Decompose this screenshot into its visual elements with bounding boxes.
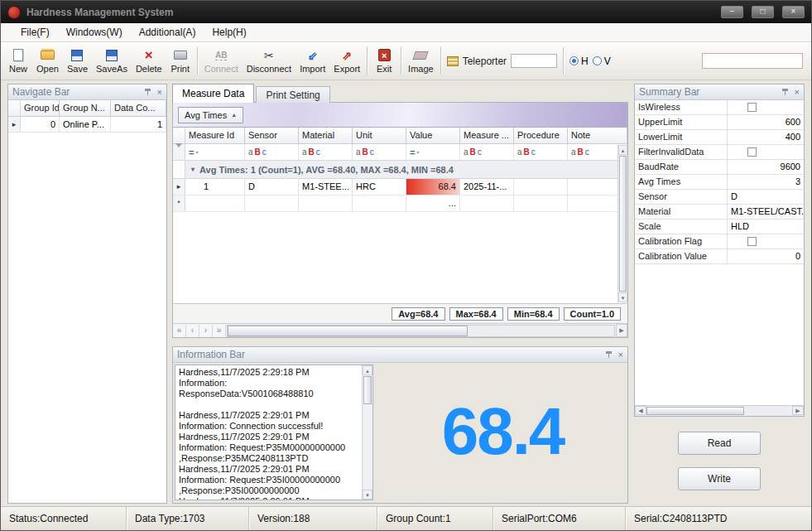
scroll-right-icon[interactable]: ▶ bbox=[792, 406, 804, 415]
new-item-row[interactable]: * ... bbox=[173, 196, 627, 212]
export-button[interactable]: Export bbox=[329, 44, 364, 78]
scroll-up-icon[interactable]: ▲ bbox=[363, 365, 372, 375]
tab-measure-data[interactable]: Measure Data bbox=[172, 84, 254, 103]
property-row[interactable]: Avg Times 3 bbox=[635, 175, 804, 190]
group-summary-row[interactable]: ▾ Avg Times: 1 (Count=1), AVG =68.40, MA… bbox=[173, 161, 627, 179]
new-button[interactable]: New bbox=[4, 44, 32, 78]
grouped-column-button[interactable]: Avg Times ▲ bbox=[178, 107, 243, 123]
property-value[interactable]: HLD bbox=[728, 220, 804, 234]
exit-button[interactable]: Exit bbox=[370, 44, 398, 78]
checkbox-icon[interactable] bbox=[747, 147, 757, 157]
image-button[interactable]: Image bbox=[404, 44, 438, 78]
property-value[interactable] bbox=[728, 100, 804, 114]
nav-last-button[interactable]: » bbox=[213, 325, 226, 337]
pin-icon[interactable] bbox=[606, 350, 613, 359]
pin-icon[interactable] bbox=[145, 88, 152, 96]
column-header-unit[interactable]: Unit bbox=[353, 128, 406, 143]
property-row[interactable]: Scale HLD bbox=[635, 220, 804, 234]
scroll-right-icon[interactable]: ▶ bbox=[616, 324, 627, 337]
maximize-button[interactable]: □ bbox=[752, 6, 774, 18]
property-row[interactable]: UpperLimit 600 bbox=[635, 115, 804, 130]
property-value[interactable]: D bbox=[728, 190, 804, 204]
navigate-row[interactable]: ▸ 0 Online P... 1 bbox=[8, 117, 166, 133]
property-row[interactable]: Calibration Value 0 bbox=[635, 249, 804, 264]
log-box[interactable]: Hardness,11/7/2025 2:29:18 PM Informatio… bbox=[175, 364, 373, 500]
column-header-material[interactable]: Material bbox=[299, 128, 353, 143]
menu-file[interactable]: File(F) bbox=[12, 24, 58, 41]
read-button[interactable]: Read bbox=[678, 432, 761, 455]
open-button[interactable]: Open bbox=[32, 44, 63, 78]
pin-icon[interactable] bbox=[782, 88, 790, 96]
property-row[interactable]: BaudRate 9600 bbox=[635, 160, 804, 175]
teleporter-input[interactable] bbox=[511, 54, 557, 68]
menu-help[interactable]: Help(H) bbox=[204, 24, 254, 41]
filter-material[interactable]: aBc bbox=[299, 144, 353, 160]
radio-v[interactable]: V bbox=[593, 56, 611, 67]
filter-procedure[interactable]: aBc bbox=[514, 144, 568, 160]
column-header-note[interactable]: Note bbox=[568, 128, 627, 143]
close-icon[interactable]: × bbox=[618, 350, 623, 360]
disconnect-button[interactable]: Disconnect bbox=[243, 44, 295, 78]
filter-measure-id[interactable]: = ▾ bbox=[185, 144, 245, 160]
import-button[interactable]: Import bbox=[295, 44, 329, 78]
property-row[interactable]: Sensor D bbox=[635, 190, 804, 205]
checkbox-icon[interactable] bbox=[747, 103, 757, 112]
scrollbar-thumb[interactable] bbox=[646, 407, 744, 415]
scroll-left-icon[interactable]: ◀ bbox=[635, 406, 646, 415]
property-row[interactable]: Material M1-STEEL/CAST... bbox=[635, 205, 804, 220]
close-icon[interactable]: × bbox=[157, 88, 162, 97]
property-row[interactable]: FilterInvalidData bbox=[635, 145, 804, 160]
property-value[interactable]: 3 bbox=[728, 175, 804, 189]
scroll-down-icon[interactable]: ▼ bbox=[618, 292, 627, 302]
horizontal-scrollbar[interactable] bbox=[227, 325, 615, 337]
minimize-button[interactable]: − bbox=[721, 6, 743, 18]
column-header-group-id[interactable]: Group Id bbox=[21, 100, 60, 116]
tab-print-setting[interactable]: Print Setting bbox=[256, 86, 329, 103]
close-button[interactable]: × bbox=[782, 6, 805, 18]
horizontal-scrollbar[interactable]: ◀ ▶ bbox=[635, 405, 804, 416]
property-value[interactable]: 400 bbox=[728, 130, 804, 144]
write-button[interactable]: Write bbox=[678, 467, 761, 490]
property-row[interactable]: Calibration Flag bbox=[635, 234, 804, 249]
property-row[interactable]: IsWireless bbox=[635, 100, 804, 115]
menu-additional[interactable]: Additional(A) bbox=[131, 24, 204, 41]
property-value[interactable]: 600 bbox=[728, 115, 804, 129]
save-button[interactable]: Save bbox=[63, 44, 92, 78]
column-header-procedure[interactable]: Procedure bbox=[514, 128, 568, 143]
scrollbar-thumb[interactable] bbox=[619, 156, 627, 292]
measure-row[interactable]: ▸ 1 D M1-STEE... HRC 68.4 2025-11-... bbox=[173, 179, 627, 196]
filter-sensor[interactable]: aBc bbox=[245, 144, 299, 160]
property-value[interactable]: M1-STEEL/CAST... bbox=[728, 205, 804, 219]
scroll-down-icon[interactable]: ▼ bbox=[363, 490, 372, 500]
print-button[interactable]: Print bbox=[166, 44, 195, 78]
radio-h[interactable]: H bbox=[569, 56, 589, 67]
filter-measure-date[interactable]: aBc bbox=[460, 144, 514, 160]
nav-next-button[interactable]: › bbox=[199, 325, 213, 337]
column-header-group-name[interactable]: Group N... bbox=[60, 100, 111, 116]
menu-windows[interactable]: Windows(W) bbox=[58, 24, 131, 41]
column-header-measure-id[interactable]: Measure Id bbox=[185, 128, 245, 143]
scrollbar-thumb[interactable] bbox=[228, 326, 468, 336]
saveas-button[interactable]: SaveAs bbox=[92, 44, 132, 78]
column-header-sensor[interactable]: Sensor bbox=[245, 128, 299, 143]
filter-value[interactable]: = ▾ bbox=[406, 144, 460, 160]
property-value[interactable] bbox=[728, 234, 804, 249]
column-header-data-count[interactable]: Data Co... bbox=[111, 100, 166, 116]
nav-prev-button[interactable]: ‹ bbox=[186, 325, 199, 337]
group-expand-icon[interactable]: ▾ bbox=[191, 166, 195, 173]
delete-button[interactable]: Delete bbox=[132, 44, 166, 78]
checkbox-icon[interactable] bbox=[747, 237, 757, 246]
property-row[interactable]: LowerLimit 400 bbox=[635, 130, 804, 145]
property-value[interactable] bbox=[728, 145, 804, 159]
scrollbar-thumb[interactable] bbox=[363, 376, 372, 404]
property-value[interactable]: 0 bbox=[728, 249, 804, 263]
vertical-scrollbar[interactable]: ▲ ▼ bbox=[362, 365, 372, 500]
column-header-value[interactable]: Value bbox=[406, 128, 460, 143]
property-value[interactable]: 9600 bbox=[728, 160, 804, 174]
vertical-scrollbar[interactable]: ▲ ▼ bbox=[617, 145, 627, 302]
scroll-up-icon[interactable]: ▲ bbox=[618, 145, 627, 155]
filter-unit[interactable]: aBc bbox=[353, 144, 406, 160]
column-header-measure-date[interactable]: Measure ... bbox=[460, 128, 514, 143]
nav-first-button[interactable]: « bbox=[173, 325, 186, 337]
toolbar-text-input[interactable] bbox=[702, 53, 803, 69]
